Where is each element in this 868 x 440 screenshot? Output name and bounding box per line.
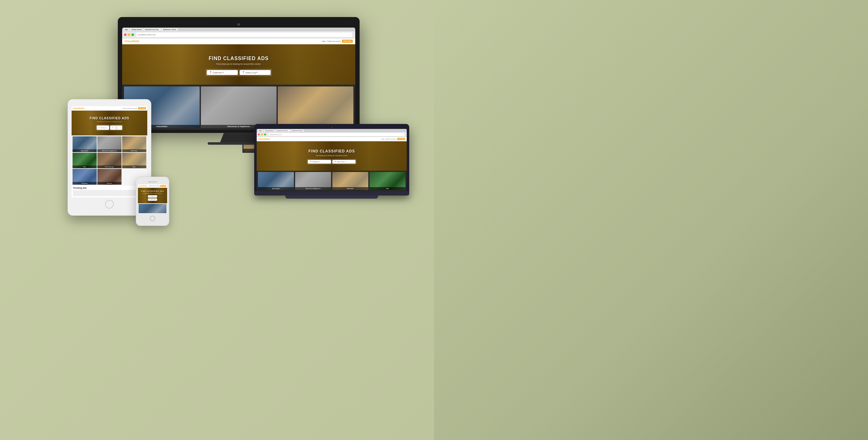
tablet-chevron: ▾ xyxy=(106,127,107,129)
laptop-hero-bg: FIND CLASSIFIED ADS Find what you're loo… xyxy=(257,141,407,171)
laptop-tab-imported[interactable]: Imported From Firef... xyxy=(275,129,290,132)
phone-login-link[interactable]: Login xyxy=(149,185,151,187)
laptop-app-nav: Login Create new account POST ADS xyxy=(381,138,405,140)
phone-post-ads-button[interactable]: POST ADS xyxy=(160,185,166,187)
tablet-cat-pets[interactable]: Pets & Animals xyxy=(97,153,122,168)
laptop-close-btn[interactable] xyxy=(258,133,260,135)
laptop-create-account-link[interactable]: Create new account xyxy=(385,138,396,140)
phone-frame: Classifieds Login Create new account POS… xyxy=(136,177,169,226)
phone: Classifieds Login Create new account POS… xyxy=(136,177,169,226)
hero-title: FIND CLASSIFIED ADS xyxy=(209,56,269,61)
login-link[interactable]: Login xyxy=(322,40,326,42)
phone-cat-img-automobiles xyxy=(138,204,166,213)
laptop-app-logo[interactable]: Classifieds xyxy=(258,138,270,140)
laptop-chevron: ▾ xyxy=(319,161,320,163)
tab-dashboard[interactable]: Dashboard | GitLab xyxy=(161,28,177,31)
tab-apps[interactable]: Apps xyxy=(123,28,129,31)
laptop-cat-label-jobs: Jobs xyxy=(370,187,405,190)
monitor-stand xyxy=(220,133,257,142)
phone-cat-automobiles[interactable] xyxy=(138,204,166,213)
laptop-cat-realestate[interactable]: Real Estate xyxy=(332,172,368,190)
chevron-icon: ▾ xyxy=(223,71,224,74)
location-icon: 📍 xyxy=(209,71,212,74)
phone-state-text: California xyxy=(151,196,155,197)
phone-chevron-2: ▾ xyxy=(156,199,156,200)
phone-hero-subtitle: Find what you're looking for around the … xyxy=(143,193,162,194)
tablet-home-button[interactable] xyxy=(105,200,114,209)
phone-home-button[interactable] xyxy=(150,216,155,221)
tablet-cat-jobs[interactable]: Jobs xyxy=(72,153,97,168)
tablet-cat-label-education: Education xyxy=(72,182,97,185)
phone-app-nav: Login Create new account POST ADS xyxy=(149,185,166,187)
tablet-login-link[interactable]: Login xyxy=(122,107,126,109)
phone-city-selector[interactable]: 📍 Select City ▾ xyxy=(148,198,157,201)
category-realestate[interactable]: Real Estate xyxy=(278,87,353,128)
laptop-location-icon-2: 📍 xyxy=(334,161,336,163)
laptop-tab-apps[interactable]: Apps xyxy=(258,129,263,132)
laptop-tab-dashboard[interactable]: Dashboard | GitLab xyxy=(290,129,304,132)
browser-minimize-btn[interactable] xyxy=(128,33,130,36)
tablet-search-bar: 📍 California ▾ 📍 Select City ▾ xyxy=(96,125,123,131)
laptop-categories-section: Automobiles Electronics & Appliances Rea… xyxy=(257,171,407,191)
laptop-address-bar[interactable]: classifieds.bizhat.com xyxy=(269,133,404,136)
laptop-cat-automobiles[interactable]: Automobiles xyxy=(258,172,294,190)
tablet-trending-title: Trending Ads xyxy=(73,187,146,189)
tablet-post-ads-button[interactable]: POST ADS xyxy=(138,107,146,109)
city-selector[interactable]: 📍 Select City ▾ xyxy=(240,70,271,75)
browser-close-btn[interactable] xyxy=(124,33,126,36)
laptop-post-ads-button[interactable]: POST ADS xyxy=(397,138,405,140)
laptop-tab-getting-started[interactable]: Getting Started xyxy=(264,129,275,132)
laptop-city-selector[interactable]: 📍 Select City ▾ xyxy=(332,160,355,164)
laptop-login-link[interactable]: Login xyxy=(381,138,384,140)
tablet-cat-electronics[interactable]: Electronics & Appliances xyxy=(97,136,122,152)
browser-maximize-btn[interactable] xyxy=(131,33,134,36)
create-account-link[interactable]: Create new account xyxy=(327,40,340,42)
laptop-cat-jobs[interactable]: Jobs xyxy=(370,172,405,190)
tablet-chevron-2: ▾ xyxy=(120,127,121,129)
phone-categories xyxy=(138,203,167,214)
laptop-tab-bar: Apps Getting Started Imported From Firef… xyxy=(257,129,407,132)
phone-create-account-link[interactable]: Create new account xyxy=(152,185,160,187)
phone-state-selector[interactable]: 📍 California ▾ xyxy=(148,195,157,198)
tablet-app-header: Classifieds Login Create new account POS… xyxy=(72,106,147,111)
tablet-cat-label-electronics: Electronics & Appliances xyxy=(97,149,122,152)
hero-background: FIND CLASSIFIED ADS Find what you're loo… xyxy=(122,44,355,85)
category-electronics[interactable]: Electronics & Appliances xyxy=(201,87,277,128)
tablet-cat-education[interactable]: Education xyxy=(72,169,97,185)
location-icon-2: 📍 xyxy=(242,71,245,74)
tablet-hero-bg: FIND CLASSIFIED ADS Find what you're loo… xyxy=(72,111,147,135)
tablet-trending-placeholder xyxy=(73,190,146,196)
tablet-location-icon: 📍 xyxy=(98,127,100,129)
tablet-app-logo[interactable]: Classifieds xyxy=(73,107,84,109)
tablet-cat-label-jobs: Jobs xyxy=(72,165,97,168)
laptop-city-text: Select City xyxy=(337,161,344,163)
tablet-state-selector[interactable]: 📍 California ▾ xyxy=(97,125,109,130)
cat-img-electronics xyxy=(201,87,277,128)
app-nav: Login Create new account POST ADS xyxy=(322,40,353,43)
post-ads-button[interactable]: POST ADS xyxy=(342,40,353,43)
browser-address-bar[interactable]: classifieds.bizhat.com xyxy=(136,33,352,37)
tablet-cat-more[interactable]: More xyxy=(122,153,146,168)
phone-app-logo[interactable]: Classifieds xyxy=(139,185,147,187)
state-selector[interactable]: 📍 California ▾ xyxy=(207,70,238,75)
laptop-minimize-btn[interactable] xyxy=(261,133,263,135)
laptop-state-selector[interactable]: 📍 California ▾ xyxy=(308,160,331,164)
tablet-city-selector[interactable]: 📍 Select City ▾ xyxy=(110,125,122,130)
laptop-camera xyxy=(331,127,332,128)
tab-imported[interactable]: Imported From Firef... xyxy=(144,28,161,31)
tablet-cat-realestate[interactable]: Real Estate xyxy=(122,136,146,152)
laptop-search-bar: 📍 California ▾ 📍 Select City ▾ xyxy=(307,159,356,164)
tablet-cat-label-pets: Pets & Animals xyxy=(97,165,122,168)
browser-toolbar: classifieds.bizhat.com xyxy=(122,31,355,38)
app-logo[interactable]: Classifieds xyxy=(125,40,140,43)
phone-hero-title: FIND CLASSIFIED ADS xyxy=(141,190,164,192)
laptop-maximize-btn[interactable] xyxy=(264,133,266,135)
laptop-cat-electronics[interactable]: Electronics & Appliances xyxy=(295,172,331,190)
tablet-cat-automobiles[interactable]: Automobiles xyxy=(72,136,97,152)
laptop-hero-title: FIND CLASSIFIED ADS xyxy=(308,149,355,153)
tablet-cat-services[interactable]: Services xyxy=(97,169,122,185)
tablet-city-text: Select City xyxy=(114,126,119,129)
laptop-app-header: Classifieds Login Create new account POS… xyxy=(257,137,407,141)
tab-getting-started[interactable]: Getting Started xyxy=(130,28,143,31)
tablet-create-account-link[interactable]: Create new account xyxy=(126,107,137,109)
